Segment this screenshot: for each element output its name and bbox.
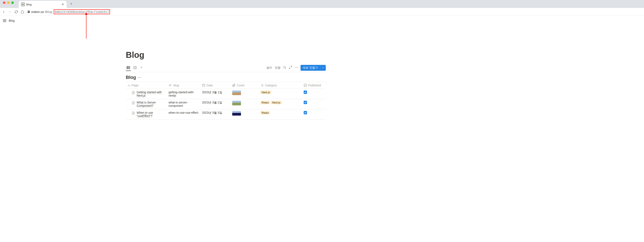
browser-tab[interactable]: N Blog ✕: [19, 1, 67, 8]
category-tag: Next.js: [271, 101, 282, 104]
home-button[interactable]: [21, 10, 24, 14]
url-page-id: 6d822373099b4cb5a17f54c71cbdc917: [54, 9, 110, 14]
add-view-button[interactable]: +: [139, 65, 144, 70]
sort-button[interactable]: 정렬: [275, 66, 280, 70]
column-header-cover[interactable]: Cover: [230, 82, 259, 89]
column-header-category[interactable]: Category: [259, 82, 302, 89]
slug-cell[interactable]: getting-started-with-nextjs: [167, 89, 200, 99]
category-cell[interactable]: ReactNext.js: [259, 99, 302, 109]
forward-button[interactable]: [8, 10, 12, 14]
date-cell[interactable]: 2023년 3월 3일: [200, 109, 230, 119]
slug-cell[interactable]: when-to-use-use-effect: [167, 109, 200, 119]
search-button[interactable]: [283, 66, 286, 70]
lock-icon: [27, 10, 30, 14]
expand-button[interactable]: [289, 66, 292, 70]
category-tag: React: [260, 111, 270, 114]
url-domain: notion.so: [31, 10, 44, 14]
checkbox-checked-icon[interactable]: [304, 111, 307, 114]
more-button[interactable]: [295, 66, 298, 70]
database-table: AaPage Slug Date Cover Category Publishe…: [126, 82, 326, 119]
close-window-button[interactable]: [3, 2, 6, 4]
table-row[interactable]: When to use "useEffect"? when-to-use-use…: [126, 109, 326, 119]
page-title-link[interactable]: When to use "useEffect"?: [137, 111, 165, 118]
category-tag: Next.js: [260, 90, 271, 94]
breadcrumb[interactable]: Blog: [9, 19, 14, 22]
cover-cell[interactable]: [230, 99, 259, 109]
svg-point-11: [295, 67, 296, 68]
back-button[interactable]: [2, 10, 6, 14]
cover-thumbnail: [232, 111, 241, 115]
slug-cell[interactable]: what-is-server-component: [167, 99, 200, 109]
filter-button[interactable]: 필터: [266, 66, 272, 70]
checkbox-checked-icon[interactable]: [304, 101, 307, 104]
browser-titlebar: N Blog ✕ ＋: [0, 0, 644, 8]
new-tab-button[interactable]: ＋: [67, 1, 76, 7]
svg-point-12: [296, 67, 297, 68]
svg-point-7: [284, 66, 286, 68]
svg-rect-27: [304, 84, 306, 87]
published-cell[interactable]: [302, 109, 326, 119]
svg-line-8: [285, 68, 286, 69]
database-title[interactable]: Blog: [126, 75, 136, 80]
tab-title: Blog: [26, 3, 60, 6]
svg-point-13: [297, 67, 298, 68]
view-tab-table[interactable]: [126, 65, 131, 71]
minimize-window-button[interactable]: [7, 2, 10, 4]
maximize-window-button[interactable]: [11, 2, 14, 4]
url-path-prefix: /Blog-: [45, 10, 53, 14]
page-title: Blog: [126, 50, 326, 60]
table-row[interactable]: Getting started with Next.js getting-sta…: [126, 89, 326, 99]
svg-line-9: [291, 66, 292, 67]
view-tab-board[interactable]: [132, 65, 138, 71]
address-bar[interactable]: notion.so/Blog-6d822373099b4cb5a17f54c71…: [27, 9, 110, 14]
new-page-button[interactable]: 새로 만들기: [300, 65, 326, 71]
page-title-link[interactable]: What is Server Component?: [137, 101, 165, 107]
browser-toolbar: notion.so/Blog-6d822373099b4cb5a17f54c71…: [0, 8, 644, 16]
category-tag: React: [260, 101, 270, 104]
reload-button[interactable]: [14, 10, 18, 14]
column-header-page[interactable]: AaPage: [126, 82, 167, 89]
date-cell[interactable]: 2023년 3월 2일: [200, 99, 230, 109]
category-cell[interactable]: React: [259, 109, 302, 119]
table-row[interactable]: What is Server Component? what-is-server…: [126, 99, 326, 109]
column-header-slug[interactable]: Slug: [167, 82, 200, 89]
database-more-icon[interactable]: •••: [138, 76, 142, 79]
notion-favicon-icon: N: [21, 3, 24, 6]
sidebar-toggle-button[interactable]: [3, 19, 6, 22]
column-header-date[interactable]: Date: [200, 82, 230, 89]
cover-cell[interactable]: [230, 109, 259, 119]
svg-rect-0: [127, 66, 130, 69]
date-cell[interactable]: 2023년 3월 1일: [200, 89, 230, 99]
chevron-down-icon[interactable]: [320, 65, 326, 70]
annotation-arrow: [85, 12, 88, 39]
page-icon: [132, 111, 135, 115]
page-title-link[interactable]: Getting started with Next.js: [137, 90, 165, 97]
published-cell[interactable]: [302, 99, 326, 109]
notion-topbar: Blog: [0, 16, 644, 25]
close-tab-button[interactable]: ✕: [62, 3, 64, 6]
page-icon: [132, 101, 135, 105]
category-cell[interactable]: Next.js: [259, 89, 302, 99]
cover-cell[interactable]: [230, 89, 259, 99]
cover-thumbnail: [232, 101, 241, 105]
window-controls: [0, 2, 17, 7]
svg-rect-17: [202, 84, 205, 87]
checkbox-checked-icon[interactable]: [304, 90, 307, 94]
page-icon: [132, 91, 135, 95]
published-cell[interactable]: [302, 89, 326, 99]
svg-line-10: [289, 68, 290, 69]
svg-rect-4: [134, 66, 136, 69]
database-view-bar: + 필터 정렬 새로 만들기: [126, 63, 326, 72]
column-header-published[interactable]: Published: [302, 82, 326, 89]
cover-thumbnail: [232, 90, 241, 95]
